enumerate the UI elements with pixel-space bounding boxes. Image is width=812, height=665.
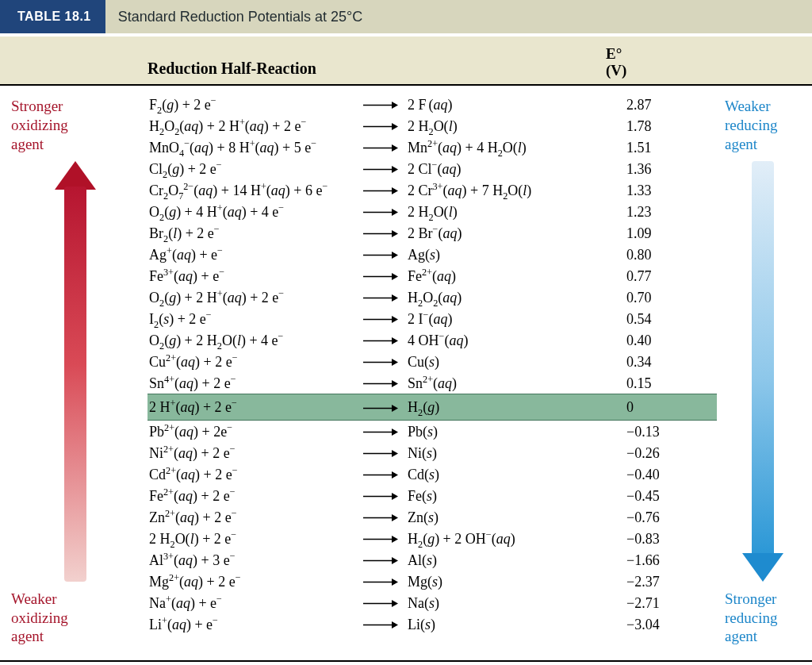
half-reaction-products: 4 OH−(aq) bbox=[408, 333, 626, 348]
half-reaction-reactants: Cl2(g) + 2 e− bbox=[147, 162, 363, 176]
svg-marker-37 bbox=[392, 493, 398, 500]
svg-marker-23 bbox=[392, 337, 398, 344]
standard-potential-value: 1.51 bbox=[626, 140, 714, 155]
standard-potential-value: 0.70 bbox=[626, 290, 714, 305]
half-reaction-products: Ag(s) bbox=[408, 248, 626, 262]
svg-marker-35 bbox=[392, 471, 398, 479]
standard-potential-value: −0.26 bbox=[626, 446, 714, 460]
svg-marker-13 bbox=[392, 230, 398, 237]
reaction-arrow-icon bbox=[363, 376, 408, 390]
arrow-down-icon bbox=[751, 161, 775, 582]
standard-potential-value: 0 bbox=[626, 400, 714, 414]
reaction-arrow-icon bbox=[363, 425, 408, 439]
standard-potential-value: 0.40 bbox=[626, 333, 714, 348]
standard-potential-value: 1.78 bbox=[626, 119, 714, 133]
half-reaction-products: Na(s) bbox=[408, 596, 626, 610]
column-header-band: Reduction Half-Reaction E°(V) bbox=[0, 33, 812, 86]
table-row: Al3+(aq) + 3 e−Al(s)−1.66 bbox=[147, 549, 717, 571]
reaction-arrow-icon bbox=[363, 400, 408, 414]
half-reaction-reactants: Cu2+(aq) + 2 e− bbox=[147, 355, 363, 369]
svg-marker-1 bbox=[392, 102, 398, 109]
table-row: Sn4+(aq) + 2 e−Sn2+(aq)0.15 bbox=[147, 372, 717, 394]
stronger-reducing-label: Strongerreducingagent bbox=[725, 590, 801, 646]
standard-potential-value: 1.23 bbox=[626, 205, 714, 219]
table-row: I2(s) + 2 e−2 I−(aq)0.54 bbox=[147, 308, 717, 329]
half-reaction-reactants: H2O2(aq) + 2 H+(aq) + 2 e− bbox=[147, 119, 363, 133]
half-reaction-reactants: Pb2+(aq) + 2e− bbox=[147, 425, 363, 439]
table-row: Br2(l) + 2 e−2 Br−(aq)1.09 bbox=[147, 222, 717, 244]
table-row: 2 H2O(l) + 2 e−H2(g) + 2 OH−(aq)−0.83 bbox=[147, 528, 717, 549]
half-reaction-products: 2 I−(aq) bbox=[408, 312, 626, 326]
table-row: Mg2+(aq) + 2 e−Mg(s)−2.37 bbox=[147, 571, 717, 592]
svg-marker-17 bbox=[392, 273, 398, 280]
standard-potential-value: 0.80 bbox=[626, 248, 714, 262]
reaction-arrow-icon bbox=[363, 140, 408, 155]
svg-marker-45 bbox=[392, 579, 398, 586]
standard-potential-value: −2.71 bbox=[626, 596, 714, 610]
svg-marker-41 bbox=[392, 536, 398, 543]
half-reaction-products: 2 Cr3+(aq) + 7 H2O(l) bbox=[408, 183, 626, 198]
half-reaction-reactants: F2(g) + 2 e− bbox=[147, 98, 363, 112]
half-reaction-products: Pb(s) bbox=[408, 425, 626, 439]
half-reaction-reactants: 2 H+(aq) + 2 e− bbox=[147, 400, 363, 414]
half-reaction-reactants: 2 H2O(l) + 2 e− bbox=[147, 532, 363, 546]
half-reaction-products: H2(g) bbox=[408, 400, 626, 414]
reaction-arrow-icon bbox=[363, 532, 408, 546]
standard-potential-value: −0.13 bbox=[626, 425, 714, 439]
reaction-arrow-icon bbox=[363, 617, 408, 632]
reaction-arrow-icon bbox=[363, 248, 408, 262]
half-reaction-reactants: Ag+(aq) + e− bbox=[147, 248, 363, 262]
reaction-arrow-icon bbox=[363, 226, 408, 240]
standard-potential-value: 1.36 bbox=[626, 162, 714, 176]
standard-potential-value: −1.66 bbox=[626, 553, 714, 567]
half-reaction-products: 2 H2O(l) bbox=[408, 205, 626, 219]
weaker-reducing-label: Weakerreducingagent bbox=[725, 97, 801, 153]
table-row: Cu2+(aq) + 2 e−Cu(s)0.34 bbox=[147, 351, 717, 372]
table-row: H2O2(aq) + 2 H+(aq) + 2 e−2 H2O(l)1.78 bbox=[147, 115, 717, 136]
reaction-arrow-icon bbox=[363, 312, 408, 326]
half-reaction-reactants: Zn2+(aq) + 2 e− bbox=[147, 510, 363, 525]
oxidizing-strength-scale: Strongeroxidizingagent Weakeroxidizingag… bbox=[0, 86, 147, 660]
standard-potential-value: −0.83 bbox=[626, 532, 714, 546]
standard-potential-value: −0.76 bbox=[626, 510, 714, 525]
svg-marker-31 bbox=[392, 429, 398, 436]
half-reaction-products: Mg(s) bbox=[408, 575, 626, 589]
reaction-arrow-icon bbox=[363, 119, 408, 133]
half-reaction-reactants: Cd2+(aq) + 2 e− bbox=[147, 467, 363, 482]
reducing-strength-scale: Weakerreducingagent Strongerreducingagen… bbox=[717, 86, 812, 660]
svg-marker-19 bbox=[392, 294, 398, 302]
reaction-arrow-icon bbox=[363, 355, 408, 369]
half-reaction-products: Sn2+(aq) bbox=[408, 376, 626, 390]
table-row: Na+(aq) + e−Na(s)−2.71 bbox=[147, 592, 717, 613]
half-reaction-reactants: Li+(aq) + e− bbox=[147, 617, 363, 632]
half-reaction-reactants: Fe2+(aq) + 2 e− bbox=[147, 489, 363, 503]
standard-potential-value: 1.09 bbox=[626, 226, 714, 240]
standard-potential-value: 0.34 bbox=[626, 355, 714, 369]
reaction-arrow-icon bbox=[363, 290, 408, 305]
svg-marker-39 bbox=[392, 514, 398, 521]
half-reaction-products: 2 Br−(aq) bbox=[408, 226, 626, 240]
title-bar: TABLE 18.1 Standard Reduction Potentials… bbox=[0, 0, 812, 33]
half-reaction-reactants: MnO4−(aq) + 8 H+(aq) + 5 e− bbox=[147, 140, 363, 155]
svg-marker-47 bbox=[392, 600, 398, 607]
svg-marker-25 bbox=[392, 359, 398, 366]
column-header-potential: E°(V) bbox=[606, 46, 812, 84]
table-row: O2(g) + 4 H+(aq) + 4 e−2 H2O(l)1.23 bbox=[147, 201, 717, 222]
half-reaction-products: Al(s) bbox=[408, 553, 626, 567]
standard-potential-value: −2.37 bbox=[626, 575, 714, 589]
half-reaction-products: Fe(s) bbox=[408, 489, 626, 503]
svg-marker-9 bbox=[392, 187, 398, 194]
half-reaction-reactants: Al3+(aq) + 3 e− bbox=[147, 553, 363, 567]
half-reaction-products: 2 F (aq) bbox=[408, 98, 626, 112]
standard-potential-value: 1.33 bbox=[626, 183, 714, 198]
column-header-reaction: Reduction Half-Reaction bbox=[147, 60, 606, 84]
arrow-up-icon bbox=[63, 161, 87, 582]
table-row: F2(g) + 2 e−2 F (aq)2.87 bbox=[147, 94, 717, 115]
reaction-arrow-icon bbox=[363, 575, 408, 589]
reduction-potential-table: F2(g) + 2 e−2 F (aq)2.87H2O2(aq) + 2 H+(… bbox=[147, 86, 717, 660]
svg-marker-15 bbox=[392, 252, 398, 259]
half-reaction-products: 2 H2O(l) bbox=[408, 119, 626, 133]
table-row: 2 H+(aq) + 2 e−H2(g)0 bbox=[147, 394, 717, 421]
half-reaction-products: Zn(s) bbox=[408, 510, 626, 525]
table-row: MnO4−(aq) + 8 H+(aq) + 5 e−Mn2+(aq) + 4 … bbox=[147, 136, 717, 158]
